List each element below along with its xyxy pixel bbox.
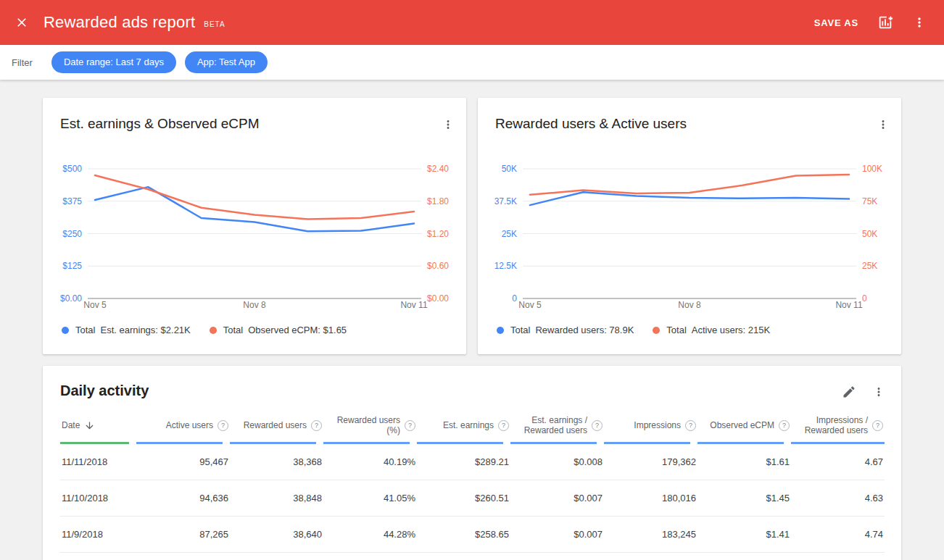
column-header-7-observed-ecpm[interactable]: Observed eCPM? <box>697 409 791 444</box>
table-more-button[interactable] <box>868 381 890 403</box>
column-label: Impressions / Rewarded users <box>792 415 868 435</box>
table-cell: 11/11/2018 <box>60 444 136 480</box>
column-header-3-rewarded-users[interactable]: Rewarded users (%)? <box>323 409 417 444</box>
more-vert-icon <box>877 118 890 131</box>
column-underline <box>230 442 316 444</box>
table-cell: $289.21 <box>417 444 510 480</box>
left-axis-tick-label: $250 <box>62 229 82 239</box>
help-icon[interactable]: ? <box>498 420 509 431</box>
est-earnings-ecpm-chart: $500$2.40$375$1.80$250$1.20$125$0.60$0.0… <box>43 143 466 313</box>
column-underline <box>510 442 597 444</box>
column-header-1-active-users[interactable]: Active users? <box>136 409 230 444</box>
legend-prefix: Total <box>223 325 243 335</box>
pencil-icon <box>842 385 856 399</box>
chart-title: Rewarded users & Active users <box>495 114 687 134</box>
table-cell: 11/10/2018 <box>60 480 136 517</box>
left-axis-tick-label: $125 <box>62 261 82 271</box>
help-icon[interactable]: ? <box>311 420 322 431</box>
help-icon[interactable]: ? <box>872 420 883 431</box>
x-axis-tick-label: Nov 8 <box>243 300 266 310</box>
left-axis-tick-label: $0.00 <box>60 293 82 304</box>
left-axis-tick-label: 50K <box>502 164 517 174</box>
help-icon[interactable]: ? <box>592 420 603 431</box>
legend-label: Rewarded users: 78.9K <box>535 325 634 335</box>
table-cell: 38,848 <box>230 480 323 517</box>
column-header-2-rewarded-users[interactable]: Rewarded users? <box>230 409 323 444</box>
legend-label: Observed eCPM: $1.65 <box>248 325 347 335</box>
rewarded-active-users-chart: 50K100K37.5K75K25K50K12.5K25K00Nov 5Nov … <box>478 143 901 313</box>
table-cell: 4.74 <box>791 517 885 553</box>
rewarded-active-users-card: Rewarded users & Active users 50K100K37.… <box>478 98 901 354</box>
table-actions <box>837 380 890 404</box>
legend-prefix: Total <box>510 325 530 335</box>
chart-more-button[interactable] <box>437 114 459 135</box>
table-cell: 179,362 <box>604 444 697 480</box>
table-cell: 87,265 <box>136 517 230 553</box>
more-vert-icon <box>912 15 927 30</box>
column-label: Date <box>62 420 80 430</box>
x-axis-tick-label: Nov 5 <box>518 300 542 310</box>
column-label: Active users <box>166 420 213 430</box>
table-cell: 38,368 <box>230 444 323 480</box>
filter-bar: Filter Date range: Last 7 daysApp: Test … <box>0 45 944 80</box>
filter-chips: Date range: Last 7 daysApp: Test App <box>51 51 268 73</box>
legend-item: TotalRewarded users: 78.9K <box>497 325 634 335</box>
chart-line-est-earnings <box>95 187 414 231</box>
table-cell: 4.63 <box>791 480 885 517</box>
help-icon[interactable]: ? <box>218 420 228 431</box>
right-axis-tick-label: 75K <box>862 196 877 206</box>
save-as-button[interactable]: SAVE AS <box>810 12 863 34</box>
table-row-partial <box>60 553 885 560</box>
chart-legend: TotalRewarded users: 78.9KTotalActive us… <box>478 313 901 335</box>
left-axis-tick-label: 25K <box>502 229 517 239</box>
help-icon[interactable]: ? <box>779 420 790 431</box>
column-header-6-impressions[interactable]: Impressions? <box>604 409 697 444</box>
daily-activity-title: Daily activity <box>60 380 149 401</box>
column-underline <box>604 442 690 444</box>
legend-label: Active users: 215K <box>692 325 770 335</box>
table-cell: 44.28% <box>323 517 417 553</box>
right-axis-tick-label: 25K <box>862 261 877 271</box>
table-header-row: DateActive users?Rewarded users?Rewarded… <box>60 409 885 444</box>
table-cell: $0.007 <box>510 517 604 553</box>
help-icon[interactable]: ? <box>685 420 696 431</box>
close-button[interactable] <box>10 11 33 34</box>
left-axis-tick-label: $375 <box>62 196 82 206</box>
filter-chip[interactable]: App: Test App <box>185 51 268 73</box>
column-label: Est. earnings <box>443 420 494 430</box>
header-more-button[interactable] <box>908 11 931 34</box>
table-cell <box>60 553 885 560</box>
table-row: 11/10/201894,63638,84841.05%$260.51$0.00… <box>60 480 885 517</box>
right-axis-tick-label: $0.00 <box>427 293 449 304</box>
table-cell: 38,640 <box>230 517 323 553</box>
legend-item: TotalEst. earnings: $2.21K <box>62 325 191 335</box>
est-earnings-ecpm-card: Est. earnings & Observed eCPM $500$2.40$… <box>43 98 466 354</box>
column-header-5-est-earnings-rewarded-users[interactable]: Est. earnings / Rewarded users? <box>510 409 604 444</box>
table-cell: 4.67 <box>791 444 885 480</box>
table-cell: 95,467 <box>136 444 230 480</box>
report-content: Est. earnings & Observed eCPM $500$2.40$… <box>0 80 944 560</box>
legend-dot <box>62 327 69 334</box>
table-cell: $1.41 <box>697 517 791 553</box>
table-cell: $0.007 <box>510 480 604 517</box>
chart-more-button[interactable] <box>872 114 894 135</box>
legend-dot <box>497 327 504 334</box>
column-header-8-impressions-rewarded-users[interactable]: Impressions / Rewarded users? <box>791 409 885 444</box>
table-cell: 40.19% <box>323 444 417 480</box>
filter-chip[interactable]: Date range: Last 7 days <box>51 51 176 73</box>
edit-columns-button[interactable] <box>837 380 861 404</box>
daily-activity-card: Daily activity DateActive users?Rewarded… <box>43 366 901 560</box>
chart-legend: TotalEst. earnings: $2.21KTotalObserved … <box>43 313 466 335</box>
add-chart-button[interactable] <box>873 10 898 35</box>
column-header-4-est-earnings[interactable]: Est. earnings? <box>417 409 510 444</box>
column-underline <box>791 442 885 444</box>
legend-item: TotalActive users: 215K <box>653 325 770 335</box>
chart-line-observed-ecpm <box>95 175 414 219</box>
column-header-0-date[interactable]: Date <box>60 409 136 444</box>
table-cell: $0.008 <box>510 444 604 480</box>
more-vert-icon <box>442 118 455 131</box>
table-card-header: Daily activity <box>43 366 901 409</box>
column-underline <box>697 442 784 444</box>
help-icon[interactable]: ? <box>405 420 415 431</box>
table-cell: $260.51 <box>417 480 510 517</box>
